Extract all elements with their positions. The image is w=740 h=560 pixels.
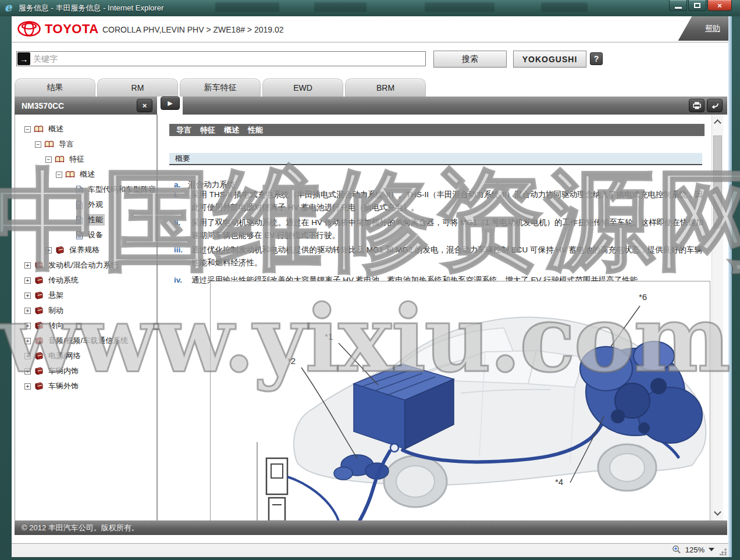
tree-item[interactable]: − 概述 [15,167,156,182]
tree-item[interactable]: + 制动 [15,303,156,318]
tree-expander[interactable]: + [24,383,31,390]
right-arrow-icon: → [20,54,29,64]
tab[interactable]: BRM [345,79,426,97]
print-button[interactable] [689,99,705,112]
tree-expander[interactable]: + [24,277,31,284]
toyota-logo: TOYOTA [17,21,99,37]
closed-book-icon [55,246,65,254]
tree-item[interactable]: − 特征 [15,152,156,167]
tab[interactable]: 新车特征 [180,79,261,97]
tree-expander[interactable]: − [35,141,41,148]
section-nav-link[interactable]: 性能 [248,125,263,135]
tree-item[interactable]: 车型代码和车型阵容 [15,182,156,197]
help-tab[interactable]: 帮助 [675,16,728,41]
tree-item[interactable]: + 车辆外饰 [15,379,156,394]
tree-item[interactable]: + 转向 [15,318,156,333]
tree-expander[interactable]: − [24,126,31,133]
open-book-icon [44,140,54,148]
internet-explorer-icon: e [5,2,15,12]
tree-item[interactable]: − 概述 [15,122,156,137]
closed-book-icon [34,367,44,375]
search-help-button[interactable]: ? [590,52,603,65]
search-input[interactable] [31,52,425,65]
tree-item-label: 保养规格 [67,244,101,256]
app-header: TOYOTA COROLLA PHV,LEVIN PHV > ZWE18# > … [12,16,728,42]
tree-item-label: 电源/网络 [47,350,83,362]
document-icon [76,186,83,194]
tree-item[interactable]: + 悬架 [15,288,156,303]
tree-item[interactable]: 性能 [15,212,156,227]
tree-item-label: 制动 [47,305,65,316]
close-icon: × [143,101,147,110]
tree-item-label: 音频/视频/车载通信系统 [47,335,130,347]
figure-label-2: *2 [287,356,296,366]
tree-item[interactable]: + 车辆内饰 [15,363,156,379]
tree-item[interactable]: + 音频/视频/车载通信系统 [15,333,156,348]
minimize-button[interactable] [669,0,687,11]
resize-grip[interactable] [720,548,727,555]
tree-item[interactable]: 外观 [15,197,156,212]
scrollbar-thumb[interactable] [713,135,722,229]
return-button[interactable] [707,99,723,112]
footer-bar: © 2012 丰田汽车公司。版权所有。 [15,520,727,535]
tree-expander[interactable]: + [24,323,31,329]
tab[interactable]: EWD [262,79,343,97]
tree-expander[interactable]: + [24,338,31,344]
maximize-button[interactable] [688,0,706,11]
tab-label: 新车特征 [204,83,237,93]
close-icon: × [717,1,722,10]
tree-expander[interactable]: + [24,308,31,314]
section-nav-link[interactable]: 导言 [176,125,191,135]
tree-item[interactable]: + 电源/网络 [15,348,156,363]
open-book-icon [55,155,65,163]
search-go-button[interactable]: → [17,52,30,65]
tree-item-label: 性能 [86,214,105,226]
figure-label-6: *6 [639,292,647,302]
tree-expander[interactable]: + [45,247,52,254]
close-button[interactable]: × [707,0,732,11]
keyword-search-box: → [16,51,426,66]
outline-item: iii. 通过优化控制发动机和电动机提供的驱动转矩比及 MG1 和 MG2 的发… [174,244,706,269]
copyright-text: © 2012 丰田汽车公司。版权所有。 [22,523,139,533]
taskbar-ghost [425,2,494,12]
tree-expander[interactable]: + [24,293,31,299]
tab[interactable]: RM [97,79,178,97]
tree-item[interactable]: + 保养规格 [15,242,156,258]
tree-item[interactable]: + 传动系统 [15,273,156,288]
zoom-control[interactable]: 125% [672,545,714,554]
scroll-down-icon[interactable] [714,508,721,516]
tab[interactable]: 结果 [15,79,95,97]
navigation-tree: − 概述 − [15,115,157,520]
outline-item-marker: iii. [174,244,191,269]
toyota-emblem-icon [17,21,41,37]
document-icon [76,231,83,240]
taskbar-ghost [314,2,367,12]
tree-item[interactable]: + 发动机/混合动力系统 [15,258,156,273]
tree-item[interactable]: − 导言 [15,137,156,152]
section-nav-link[interactable]: 特征 [200,125,215,135]
tree-expander[interactable]: − [45,156,52,163]
window-title: 服务信息 - 丰田服务信息 - Internet Explorer [19,3,163,13]
zoom-dropdown-icon[interactable] [709,548,714,551]
tree-expander[interactable]: + [24,353,31,359]
outline-item-marker: ii. [174,216,191,242]
section-nav-link[interactable]: 概述 [224,125,239,135]
tree-expander[interactable]: + [24,262,31,269]
car-diagram [211,281,710,520]
outline-item: ii. 采用了双电动机驱动系统。通过在 HV 传动桥中增加额外的单向离合器，可将… [174,216,706,242]
tree-item-label: 概述 [78,169,97,180]
tree-item-label: 发动机/混合动力系统 [47,259,120,271]
tree-expander[interactable]: − [56,172,62,178]
outline-item-text: 采用 THS-II 插电式充电系统（丰田插电式混合动力系统-II）。THS-II… [191,188,706,214]
close-document-button[interactable]: × [137,99,152,112]
scroll-up-icon[interactable] [714,119,721,127]
content-scrollbar[interactable] [711,115,723,520]
tree-item[interactable]: 设备 [15,227,156,242]
yokogushi-button[interactable]: YOKOGUSHI [513,51,586,67]
browser-page: TOYOTA COROLLA PHV,LEVIN PHV > ZWE18# > … [12,16,728,557]
section-nav: 导言特征概述性能 [169,124,705,136]
tree-expander[interactable]: + [24,368,31,374]
search-button[interactable]: 搜索 [433,51,507,67]
expand-panel-button[interactable]: ▶ [161,97,180,110]
status-bar: 125% [12,543,728,557]
